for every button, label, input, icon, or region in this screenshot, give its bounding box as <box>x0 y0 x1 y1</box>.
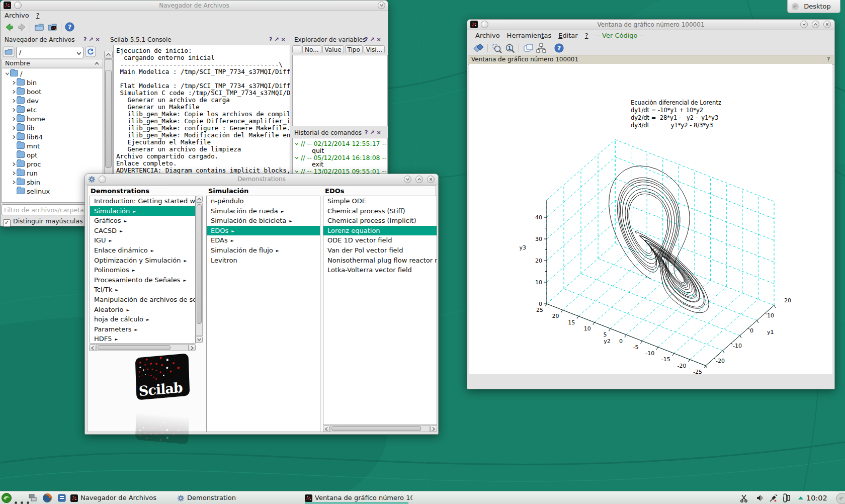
chevron-down-icon[interactable] <box>295 154 301 161</box>
demo-item-edos[interactable]: EDOs► <box>207 226 320 236</box>
copy-figure-icon[interactable] <box>523 43 535 55</box>
tree-item-boot[interactable]: boot <box>2 88 103 97</box>
browser-panel-buttons[interactable]: ?↗× <box>83 36 102 43</box>
tree-item-lib64[interactable]: lib64 <box>2 133 103 142</box>
firefox-icon[interactable] <box>42 493 52 503</box>
start-menu-icon[interactable] <box>2 493 12 503</box>
chevron-right-icon[interactable] <box>11 115 17 124</box>
help-icon[interactable]: ? <box>64 22 76 34</box>
maximize-button[interactable] <box>812 21 819 28</box>
menu-item-[interactable]: ? <box>585 32 588 39</box>
variables-col-icon[interactable] <box>292 45 301 53</box>
scilab-folder-icon[interactable] <box>47 22 59 34</box>
history-command[interactable]: quit <box>295 147 387 154</box>
demo-item-hoja-de-c-lculo[interactable]: hoja de cálculo► <box>90 314 195 324</box>
window-list-icon[interactable] <box>28 493 37 502</box>
demo-item-tcl-tk[interactable]: Tcl/Tk► <box>90 285 195 295</box>
demo-item-cacsd[interactable]: CACSD► <box>90 226 195 236</box>
help-icon[interactable]: ? <box>554 43 566 55</box>
task-button-demonstrations[interactable]: Demonstrations <box>177 492 236 504</box>
menu-item-archivo[interactable]: Archivo <box>475 32 500 39</box>
chevron-right-icon[interactable] <box>11 106 17 115</box>
notes-icon[interactable] <box>57 493 66 502</box>
chevron-right-icon[interactable] <box>11 178 17 187</box>
demo-item-ode-1d-vector-field[interactable]: ODE 1D vector field <box>323 235 437 245</box>
chevron-down-icon[interactable] <box>295 140 301 147</box>
name-column-header[interactable]: Nombre <box>2 59 103 67</box>
col1-scroll-right[interactable] <box>189 344 196 351</box>
tree-item-dev[interactable]: dev <box>2 97 103 106</box>
forward-icon[interactable] <box>17 22 29 34</box>
volume-icon[interactable] <box>755 493 765 502</box>
col1-scroll-up[interactable] <box>196 196 203 203</box>
minimize-button[interactable] <box>404 176 411 183</box>
ged-editor-icon[interactable] <box>536 43 548 55</box>
demo-item-simulaci-n[interactable]: Simulación► <box>90 206 195 216</box>
chevron-right-icon[interactable] <box>11 78 17 88</box>
tree-item-etc[interactable]: etc <box>2 106 103 115</box>
demo-item-levitron[interactable]: Levitron <box>207 256 320 266</box>
history-session[interactable]: // -- 02/12/2014 12:55:17 -- // <box>295 140 387 147</box>
menu-item-[interactable]: ? <box>36 12 40 19</box>
col3-scroll-left[interactable] <box>323 425 330 432</box>
chevron-right-icon[interactable] <box>11 133 17 142</box>
demo-item-lotka-volterra-vector-field[interactable]: Lotka-Volterra vector field <box>323 265 437 275</box>
demo-item-gr-ficos[interactable]: Gráficos► <box>90 216 195 226</box>
variables-col-no[interactable]: No... <box>302 45 321 53</box>
file-browser-titlebar[interactable]: Navegador de Archivos <box>1 1 388 11</box>
case-sensitive-checkbox[interactable]: ✓Distinguir mayúsculas <box>3 217 82 227</box>
variables-col-visi[interactable]: Visi... <box>364 45 385 53</box>
demo-item-nonisothermal-plug-flow-reactor-model[interactable]: Nonisothermal plug flow reactor model <box>323 256 437 266</box>
clock[interactable]: 10:02 <box>806 492 827 504</box>
tree-item-mnt[interactable]: mnt <box>2 142 103 151</box>
chevron-down-icon[interactable] <box>4 69 10 78</box>
maximize-button[interactable] <box>415 176 423 183</box>
refresh-icon[interactable] <box>85 46 96 57</box>
demo-item-lorenz-equation[interactable]: Lorenz equation <box>323 226 437 236</box>
folder-button[interactable] <box>3 46 15 57</box>
demo-item-van-der-pol-vector-field[interactable]: Van der Pol vector field <box>323 245 437 256</box>
demo-item-enlace-din-mico[interactable]: Enlace dinámico► <box>90 245 195 256</box>
variables-col-value[interactable]: Value <box>322 45 344 53</box>
chevron-right-icon[interactable] <box>11 160 17 169</box>
col1-scroll-left[interactable] <box>89 344 96 351</box>
menu-item-archivo[interactable]: Archivo <box>5 12 29 19</box>
variables-panel-buttons[interactable]: ?↗× <box>365 36 383 43</box>
rotate-icon[interactable] <box>473 43 485 55</box>
col1-hscrollbar[interactable] <box>96 344 189 351</box>
pager-dots-icon[interactable] <box>15 496 29 504</box>
klipper-icon[interactable] <box>782 493 791 502</box>
scroll-up-button[interactable] <box>104 51 113 59</box>
col3-scroll-right[interactable] <box>430 425 437 432</box>
tree-item-lib[interactable]: lib <box>2 124 103 133</box>
history-session[interactable]: // -- 05/12/2014 16:18:08 -- // <box>295 154 387 161</box>
shade-button[interactable] <box>378 2 385 9</box>
back-icon[interactable] <box>4 22 16 34</box>
menu-item-ver-c-digo[interactable]: -- Ver Código -- <box>596 32 645 39</box>
demo-item-simulaci-n-de-bicicleta[interactable]: Simulación de bicicleta► <box>207 216 320 226</box>
zoom-area-icon[interactable] <box>491 43 503 55</box>
demo-item-simulaci-n-de-flujo[interactable]: Simulación de flujo► <box>207 245 320 256</box>
demo-item-chemical-process-stiff[interactable]: Chemical process (Stiff) <box>323 206 437 216</box>
demo-item-simple-ode[interactable]: Simple ODE <box>323 196 437 206</box>
path-combobox[interactable]: / <box>16 47 83 58</box>
minimize-button[interactable] <box>800 21 808 28</box>
col3-hscrollbar[interactable] <box>330 425 430 432</box>
history-command[interactable]: exit <box>295 161 387 168</box>
demo-item-igu[interactable]: IGU► <box>90 235 195 245</box>
tree-item-proc[interactable]: proc <box>2 160 103 169</box>
demo-item-simulaci-n-de-rueda[interactable]: Simulación de rueda► <box>207 206 320 216</box>
filter-input[interactable] <box>2 204 92 215</box>
figure-help-glyph[interactable]: ? <box>827 55 830 64</box>
col1-scroll-down[interactable] <box>196 336 203 343</box>
gecko-badge-icon[interactable] <box>836 492 845 504</box>
history-panel-buttons[interactable]: ?↗× <box>365 129 383 136</box>
task-button-navegador-de-archivos[interactable]: Navegador de Archivos <box>70 492 175 504</box>
menu-item-editar[interactable]: Editar <box>558 32 578 39</box>
demo-item-aleatorio[interactable]: Aleatorio► <box>90 305 195 315</box>
tree-item-opt[interactable]: opt <box>2 151 103 160</box>
demo-item-parameters[interactable]: Parameters► <box>90 324 195 334</box>
chevron-right-icon[interactable] <box>11 124 17 133</box>
col1-vscrollbar[interactable] <box>196 203 203 336</box>
chevron-right-icon[interactable] <box>11 97 17 106</box>
